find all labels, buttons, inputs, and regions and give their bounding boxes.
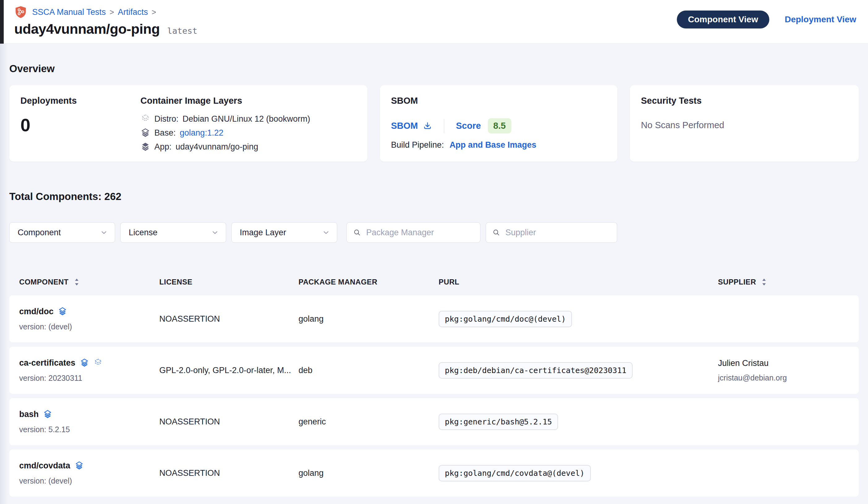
component-view-button[interactable]: Component View — [677, 11, 769, 29]
layer-label: Distro: — [154, 114, 178, 124]
component-cell: bash version: 5.2.15 — [19, 398, 159, 445]
column-header-component[interactable]: COMPONENT — [19, 278, 159, 287]
component-cell: cmd/covdata version: (devel) — [19, 450, 159, 496]
package-manager-value: deb — [299, 366, 438, 375]
package-manager-search-input[interactable] — [366, 228, 474, 238]
license-value: NOASSERTION — [159, 468, 299, 478]
page-title: uday4vunnam/go-ping — [14, 21, 160, 37]
app-layer-icon — [141, 142, 150, 152]
components-table-body: cmd/doc version: (devel) NOASSERTION gol… — [9, 295, 859, 504]
layer-label: App: — [154, 142, 172, 152]
supplier-cell: Julien Cristau jcristau@debian.org — [718, 347, 859, 394]
layer-row-base: Base: golang:1.22 — [141, 128, 310, 138]
security-tests-card: Security Tests No Scans Performed — [630, 85, 859, 162]
component-filter-label: Component — [18, 228, 61, 238]
content-edge-shadow — [0, 44, 8, 504]
breadcrumb-separator: > — [110, 8, 114, 17]
sort-icon — [73, 278, 80, 287]
main-content: Overview Deployments 0 Container Image L… — [0, 44, 868, 504]
image-layers-section: Container Image Layers Distro: Debian GN… — [141, 95, 310, 151]
divider — [444, 119, 444, 133]
component-name: ca-certificates — [19, 358, 75, 368]
header-left: SSCA Manual Tests > Artifacts > uday4vun… — [14, 0, 197, 43]
component-filter-dropdown[interactable]: Component — [9, 222, 115, 243]
column-label: PURL — [438, 278, 459, 286]
license-value: NOASSERTION — [159, 417, 299, 426]
deployments-section: Deployments 0 — [20, 95, 141, 151]
component-name: cmd/doc — [19, 307, 53, 316]
image-layers-label: Container Image Layers — [141, 95, 310, 106]
base-layer-dashed-icon — [93, 358, 103, 367]
breadcrumb-project-link[interactable]: SSCA Manual Tests — [32, 8, 106, 17]
search-icon — [492, 228, 500, 237]
sbom-download-label: SBOM — [391, 121, 418, 131]
breadcrumb: SSCA Manual Tests > Artifacts > — [14, 6, 197, 19]
component-cell: ca-certificates version: 20230311 — [19, 347, 159, 394]
package-manager-value: golang — [299, 314, 438, 324]
column-header-license: LICENSE — [159, 278, 299, 287]
sbom-download-link[interactable]: SBOM — [391, 121, 432, 131]
breadcrumb-separator: > — [152, 8, 156, 17]
app-layer-icon — [74, 461, 84, 470]
app-layer-icon — [43, 410, 52, 419]
package-manager-value: golang — [299, 468, 438, 478]
build-pipeline-link[interactable]: App and Base Images — [450, 140, 536, 150]
table-row: ca-certificates version: 20230311 GPL-2.… — [9, 347, 859, 394]
column-header-supplier[interactable]: SUPPLIER — [718, 278, 859, 287]
license-value: GPL-2.0-only, GPL-2.0-or-later, M... — [159, 366, 299, 375]
column-header-package-manager: PACKAGE MANAGER — [299, 278, 438, 287]
distro-layer-icon — [141, 114, 150, 124]
component-cell: cmd/doc version: (devel) — [19, 295, 159, 342]
collapsed-nav-edge — [0, 0, 4, 44]
title-row: uday4vunnam/go-ping latest — [14, 21, 197, 37]
chevron-down-icon — [322, 229, 330, 236]
image-layer-filter-dropdown[interactable]: Image Layer — [231, 222, 337, 243]
security-tests-status: No Scans Performed — [641, 120, 848, 130]
supplier-name: Julien Cristau — [718, 359, 859, 368]
purl-badge: pkg:golang/cmd/covdata@(devel) — [438, 465, 591, 481]
page-header: SSCA Manual Tests > Artifacts > uday4vun… — [0, 0, 868, 44]
base-layer-icon — [141, 128, 150, 138]
base-image-link[interactable]: golang:1.22 — [180, 128, 223, 138]
filter-bar: Component License Image Layer — [9, 222, 859, 243]
security-tests-heading: Security Tests — [641, 95, 848, 106]
purl-badge: pkg:deb/debian/ca-certificates@20230311 — [438, 362, 633, 379]
purl-badge: pkg:generic/bash@5.2.15 — [438, 414, 558, 430]
layer-row-distro: Distro: Debian GNU/Linux 12 (bookworm) — [141, 114, 310, 124]
component-version: version: 5.2.15 — [19, 425, 159, 434]
layer-label: Base: — [154, 128, 176, 138]
table-row: bash version: 5.2.15 NOASSERTION generic… — [9, 398, 859, 445]
chevron-down-icon — [100, 229, 108, 236]
supplier-search — [486, 222, 617, 243]
chevron-down-icon — [211, 229, 219, 236]
artifact-tag: latest — [167, 26, 198, 36]
sort-icon — [760, 278, 768, 287]
supplier-email: jcristau@debian.org — [718, 373, 859, 382]
ssca-shield-logo-icon — [14, 6, 27, 19]
overview-heading: Overview — [9, 44, 859, 74]
overview-cards: Deployments 0 Container Image Layers Dis… — [9, 85, 859, 162]
components-table-header: COMPONENT LICENSE PACKAGE MANAGER PURL S… — [9, 278, 859, 287]
app-layer-icon — [58, 307, 67, 316]
breadcrumb-artifacts-link[interactable]: Artifacts — [118, 8, 148, 17]
license-filter-dropdown[interactable]: License — [120, 222, 226, 243]
table-row: cmd/doc version: (devel) NOASSERTION gol… — [9, 295, 859, 342]
sbom-heading: SBOM — [391, 95, 606, 106]
download-icon — [423, 121, 432, 131]
column-label: PACKAGE MANAGER — [299, 278, 378, 286]
column-label: SUPPLIER — [718, 278, 756, 286]
deployment-view-link[interactable]: Deployment View — [785, 14, 856, 24]
component-name: cmd/covdata — [19, 461, 70, 471]
license-filter-label: License — [129, 228, 157, 238]
sbom-score-link[interactable]: Score — [456, 121, 481, 131]
package-manager-search — [347, 222, 480, 243]
build-pipeline-label: Build Pipeline: — [391, 140, 444, 150]
supplier-cell — [718, 398, 859, 445]
license-value: NOASSERTION — [159, 314, 299, 324]
search-icon — [353, 228, 361, 237]
component-name: bash — [19, 410, 39, 419]
table-row: cmd/covdata version: (devel) NOASSERTION… — [9, 450, 859, 496]
supplier-cell — [718, 295, 859, 342]
supplier-search-input[interactable] — [505, 228, 611, 238]
deployments-label: Deployments — [20, 95, 141, 106]
